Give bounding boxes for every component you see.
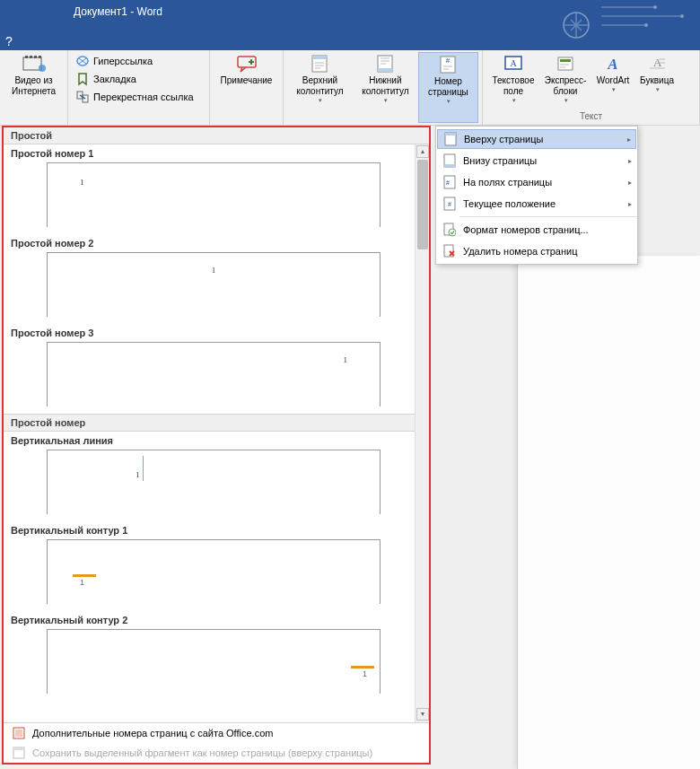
scroll-up-icon[interactable]: ▴ [416, 145, 429, 158]
page-preview: 1 [47, 629, 381, 694]
chevron-right-icon: ▸ [627, 135, 631, 144]
svg-text:#: # [446, 57, 451, 65]
menu-separator [459, 216, 637, 217]
chevron-down-icon: ▾ [612, 86, 616, 93]
svg-rect-15 [312, 56, 327, 59]
page-preview: 1 [47, 252, 381, 317]
menu-bottom-of-page[interactable]: Внизу страницы ▸ [436, 150, 637, 171]
chevron-down-icon: ▾ [656, 86, 660, 93]
ribbon: Видео из Интернета Гиперссылка Закладка … [0, 50, 700, 126]
chevron-down-icon: ▾ [447, 98, 451, 105]
dropcap-label: Буквица [640, 75, 674, 86]
chevron-down-icon: ▾ [512, 97, 516, 104]
menu-page-margins[interactable]: # На полях страницы ▸ [436, 171, 637, 193]
textbox-label: Текстовое поле [493, 75, 535, 97]
bookmark-icon [75, 72, 90, 86]
menu-remove-pagenum[interactable]: Удалить номера страниц [436, 240, 637, 262]
svg-rect-7 [34, 56, 37, 58]
gallery-item-simple-3[interactable]: Простой номер 3 1 [4, 324, 415, 414]
svg-point-3 [644, 23, 648, 27]
menu-top-of-page[interactable]: Вверху страницы ▸ [437, 129, 636, 149]
pagenum-gallery: Простой ▴ ▾ Простой номер 1 1 Простой но… [2, 126, 431, 765]
gallery-item-simple-2[interactable]: Простой номер 2 1 [4, 234, 415, 324]
help-icon[interactable]: ? [5, 34, 13, 48]
wordart-label: WordArt [597, 75, 630, 86]
gallery-item-vcontour-1[interactable]: Вертикальный контур 1 1 [4, 521, 415, 611]
svg-point-1 [653, 5, 657, 9]
gallery-footer: Дополнительные номера страниц с сайта Of… [4, 722, 429, 763]
more-from-office-button[interactable]: Дополнительные номера страниц с сайта Of… [4, 723, 429, 743]
page-margins-icon: # [442, 175, 458, 189]
svg-rect-23 [560, 59, 571, 62]
gallery-item-simple-1[interactable]: Простой номер 1 1 [4, 144, 415, 234]
header-button[interactable]: Верхний колонтитул▾ [287, 52, 353, 123]
video-icon [22, 54, 47, 74]
wordart-button[interactable]: A WordArt▾ [591, 52, 635, 106]
chevron-right-icon: ▸ [628, 179, 632, 187]
svg-point-9 [39, 65, 46, 72]
scroll-thumb[interactable] [417, 160, 428, 249]
bookmark-label: Закладка [93, 74, 136, 84]
textbox-button[interactable]: A Текстовое поле▾ [486, 52, 540, 106]
online-video-label: Видео из Интернета [12, 75, 56, 97]
hyperlink-button[interactable]: Гиперссылка [72, 52, 206, 70]
quickparts-button[interactable]: Экспресс- блоки▾ [540, 52, 591, 106]
svg-rect-4 [23, 57, 41, 70]
svg-rect-38 [15, 730, 22, 737]
header-label: Верхний колонтитул [296, 75, 343, 97]
textbox-icon: A [501, 54, 526, 74]
field-marker: 1 [351, 666, 374, 678]
dropcap-button[interactable]: A Буквица▾ [635, 52, 678, 106]
comment-button[interactable]: Примечание [214, 52, 279, 88]
titlebar: Документ1 - Word ? [0, 0, 700, 50]
svg-rect-8 [39, 56, 41, 58]
footer-label: Нижний колонтитул [362, 75, 408, 97]
field-marker: 1 [73, 574, 96, 587]
svg-text:#: # [448, 201, 451, 207]
page-bottom-icon [442, 153, 458, 168]
document-page [517, 256, 700, 769]
svg-text:A: A [510, 58, 517, 68]
gallery-item-vline[interactable]: Вертикальная линия 1 [4, 432, 415, 521]
scroll-down-icon[interactable]: ▾ [416, 708, 429, 721]
page-top-icon [442, 132, 459, 146]
svg-rect-17 [378, 68, 392, 72]
svg-rect-36 [444, 245, 453, 257]
menu-current-position[interactable]: # Текущее положение ▸ [436, 193, 637, 214]
pagenum-button[interactable]: # Номер страницы▾ [418, 52, 478, 123]
comment-icon [234, 54, 259, 74]
decoration [538, 0, 700, 50]
window-title: Документ1 - Word [74, 5, 162, 18]
footer-button[interactable]: Нижний колонтитул▾ [353, 52, 418, 123]
chevron-down-icon: ▾ [384, 97, 388, 104]
pagenum-menu: Вверху страницы ▸ Внизу страницы ▸ # На … [435, 126, 638, 265]
bookmark-button[interactable]: Закладка [72, 70, 206, 88]
save-icon [11, 746, 27, 760]
comment-label: Примечание [221, 75, 273, 86]
dropcap-icon: A [644, 54, 669, 74]
svg-text:#: # [446, 179, 450, 186]
svg-rect-29 [444, 164, 455, 167]
save-selection-button: Сохранить выделенный фрагмент как номер … [4, 743, 429, 763]
svg-point-2 [680, 14, 684, 18]
chevron-down-icon: ▾ [319, 97, 322, 104]
wordart-icon: A [600, 54, 626, 74]
remove-pagenum-icon [442, 244, 458, 258]
quickparts-label: Экспресс- блоки [545, 75, 587, 97]
gallery-scrollbar[interactable]: ▴ ▾ [415, 144, 429, 722]
gallery-item-vcontour-2[interactable]: Вертикальный контур 2 1 [4, 611, 415, 701]
page-preview: 1 [47, 450, 381, 514]
office-icon [11, 726, 27, 740]
page-current-icon: # [442, 197, 458, 211]
hyperlink-icon [75, 54, 90, 68]
chevron-right-icon: ▸ [628, 200, 632, 208]
svg-rect-6 [30, 56, 32, 58]
menu-format-pagenum[interactable]: Формат номеров страниц... [436, 219, 637, 240]
gallery-group-simple: Простой [4, 127, 429, 144]
svg-rect-27 [445, 133, 456, 135]
footer-icon [372, 54, 398, 74]
text-group-label: Текст [486, 111, 696, 123]
crossref-button[interactable]: Перекрестная ссылка [72, 88, 206, 106]
crossref-label: Перекрестная ссылка [93, 92, 194, 102]
online-video-button[interactable]: Видео из Интернета [4, 52, 64, 99]
